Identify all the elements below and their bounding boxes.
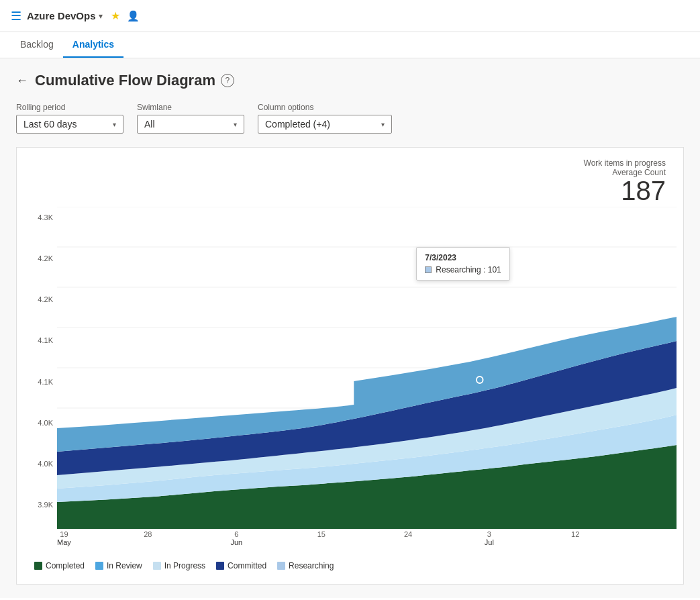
column-options-chevron-icon: ▾ — [381, 121, 385, 128]
legend-label-researching: Researching — [289, 561, 334, 570]
x-label-0: 19May — [57, 530, 71, 546]
legend-item-completed: Completed — [34, 561, 85, 570]
favorite-icon[interactable]: ★ — [111, 9, 120, 22]
legend-swatch-researching — [277, 562, 285, 570]
swimlane-label: Swimlane — [137, 103, 244, 112]
legend-item-in-review: In Review — [95, 561, 142, 570]
rolling-period-select[interactable]: Last 60 days ▾ — [16, 115, 123, 134]
chart-container: Work items in progress Average Count 187… — [16, 147, 684, 585]
help-icon[interactable]: ? — [221, 74, 234, 87]
chart-legend: Completed In Review In Progress Committe… — [23, 554, 677, 577]
page-content: ← Cumulative Flow Diagram ? Rolling peri… — [0, 58, 700, 598]
chart-stats: Work items in progress Average Count 187 — [23, 154, 677, 207]
x-label-3: 15 — [317, 530, 326, 538]
stats-value: 187 — [23, 177, 666, 204]
x-labels: 19May 28 6Jun 15 24 3Jul 12 — [57, 530, 677, 554]
x-label-4: 24 — [404, 530, 412, 538]
x-label-6: 12 — [571, 530, 579, 538]
rolling-period-chevron-icon: ▾ — [113, 121, 116, 128]
legend-swatch-in-progress — [153, 562, 161, 570]
legend-item-committed: Committed — [216, 561, 266, 570]
column-options-select[interactable]: Completed (+4) ▾ — [258, 115, 392, 134]
filters-row: Rolling period Last 60 days ▾ Swimlane A… — [16, 103, 684, 134]
column-options-value: Completed (+4) — [265, 119, 330, 130]
y-label-3: 4.1K — [38, 336, 53, 344]
x-label-2: 6Jun — [230, 530, 242, 546]
chart-area: 4.3K 4.2K 4.2K 4.1K 4.1K 4.0K 4.0K 3.9K — [23, 207, 677, 529]
column-options-filter: Column options Completed (+4) ▾ — [258, 103, 392, 134]
y-label-1: 4.2K — [38, 254, 53, 262]
legend-label-completed: Completed — [46, 561, 85, 570]
app-name[interactable]: Azure DevOps — [27, 10, 96, 21]
y-label-7: 3.9K — [38, 501, 53, 509]
legend-label-committed: Committed — [228, 561, 266, 570]
back-button[interactable]: ← — [16, 74, 28, 88]
legend-swatch-in-review — [95, 562, 103, 570]
chart-inner: 7/3/2023 Researching : 101 — [57, 207, 677, 529]
legend-item-researching: Researching — [277, 561, 334, 570]
legend-label-in-progress: In Progress — [164, 561, 205, 570]
legend-swatch-committed — [216, 562, 224, 570]
legend-swatch-completed — [34, 562, 42, 570]
tab-backlog[interactable]: Backlog — [11, 32, 63, 58]
x-label-1: 28 — [144, 530, 152, 538]
y-label-0: 4.3K — [38, 213, 53, 221]
y-label-4: 4.1K — [38, 378, 53, 386]
y-label-5: 4.0K — [38, 419, 53, 427]
stats-label1: Work items in progress — [23, 158, 666, 168]
page-title: Cumulative Flow Diagram — [35, 72, 215, 89]
swimlane-filter: Swimlane All ▾ — [137, 103, 244, 134]
column-options-label: Column options — [258, 103, 392, 112]
x-label-5: 3Jul — [485, 530, 494, 546]
rolling-period-value: Last 60 days — [23, 119, 77, 130]
swimlane-value: All — [144, 119, 155, 130]
stats-label2: Average Count — [23, 168, 666, 177]
people-icon[interactable]: 👤 — [127, 10, 140, 22]
app-chevron-icon[interactable]: ▾ — [99, 11, 103, 21]
app-header: ☰ Azure DevOps ▾ ★ 👤 — [0, 0, 700, 32]
swimlane-chevron-icon: ▾ — [234, 121, 237, 128]
tab-analytics[interactable]: Analytics — [63, 32, 123, 58]
rolling-period-label: Rolling period — [16, 103, 123, 112]
rolling-period-filter: Rolling period Last 60 days ▾ — [16, 103, 123, 134]
app-icon: ☰ — [11, 9, 21, 23]
swimlane-select[interactable]: All ▾ — [137, 115, 244, 134]
nav-tabs: Backlog Analytics — [0, 32, 700, 58]
title-row: ← Cumulative Flow Diagram ? — [16, 72, 684, 89]
y-label-2: 4.2K — [38, 295, 53, 303]
chart-svg — [57, 207, 677, 529]
y-axis: 4.3K 4.2K 4.2K 4.1K 4.1K 4.0K 4.0K 3.9K — [23, 207, 57, 529]
y-label-6: 4.0K — [38, 460, 53, 468]
x-axis: 19May 28 6Jun 15 24 3Jul 12 — [23, 530, 677, 554]
tooltip-dot — [477, 377, 483, 383]
legend-item-in-progress: In Progress — [153, 561, 205, 570]
legend-label-in-review: In Review — [107, 561, 142, 570]
